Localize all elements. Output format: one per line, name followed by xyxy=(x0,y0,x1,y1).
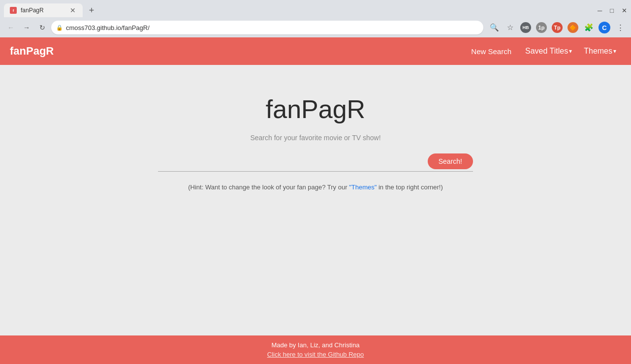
themes-hint-link[interactable]: "Themes" xyxy=(349,183,377,191)
ext3-icon[interactable]: Tp xyxy=(550,21,564,34)
ext3-icon-inner: Tp xyxy=(552,22,563,33)
navbar-right: New Search Saved Titles ▾ Themes ▾ xyxy=(464,43,621,60)
themes-label: Themes xyxy=(584,47,612,56)
bookmark-icon[interactable]: ☆ xyxy=(503,21,517,34)
main-content: fanPagR Search for your favorite movie o… xyxy=(0,65,631,335)
forward-button[interactable]: → xyxy=(20,21,33,34)
close-button[interactable]: ✕ xyxy=(622,7,627,14)
minimize-button[interactable]: ─ xyxy=(598,7,602,14)
footer: Made by Ian, Liz, and Christina Click he… xyxy=(0,335,631,364)
tab-favicon: f xyxy=(10,7,17,14)
new-search-link[interactable]: New Search xyxy=(464,43,518,60)
new-tab-button[interactable]: + xyxy=(85,3,98,17)
hb-extension-icon: HB xyxy=(520,22,531,33)
back-button[interactable]: ← xyxy=(4,21,18,34)
subtitle: Search for your favorite movie or TV sho… xyxy=(250,134,380,142)
navbar-brand[interactable]: fanPagR xyxy=(10,45,54,58)
tab-close-button[interactable]: ✕ xyxy=(69,6,77,14)
main-title: fanPagR xyxy=(266,94,365,124)
restore-button[interactable]: □ xyxy=(610,7,614,14)
url-text: cmoss703.github.io/fanPagR/ xyxy=(66,24,478,31)
hint-prefix: (Hint: Want to change the look of your f… xyxy=(188,183,349,191)
footer-credits: Made by Ian, Liz, and Christina xyxy=(6,341,625,349)
tab-title: fanPagR xyxy=(21,7,65,14)
ext2-icon[interactable]: 1p xyxy=(535,21,548,34)
search-toolbar-icon[interactable]: 🔍 xyxy=(487,21,501,34)
ext1-icon[interactable]: HB xyxy=(519,21,533,34)
lock-icon: 🔒 xyxy=(56,25,63,31)
hint-text: (Hint: Want to change the look of your f… xyxy=(188,183,442,191)
saved-titles-dropdown[interactable]: Saved Titles ▾ xyxy=(520,43,577,60)
themes-arrow-icon: ▾ xyxy=(613,48,616,55)
hint-suffix: in the top right corner!) xyxy=(377,183,442,191)
profile-avatar: C xyxy=(599,22,610,33)
search-button[interactable]: Search! xyxy=(428,153,473,169)
themes-dropdown[interactable]: Themes ▾ xyxy=(579,43,621,60)
ext4-icon-inner: 🔶 xyxy=(568,22,578,33)
search-input[interactable] xyxy=(158,154,422,171)
saved-titles-label: Saved Titles xyxy=(525,47,568,56)
saved-titles-arrow-icon: ▾ xyxy=(569,48,572,55)
reload-button[interactable]: ↻ xyxy=(35,21,49,34)
ext2-icon-inner: 1p xyxy=(536,22,547,33)
address-bar[interactable]: 🔒 cmoss703.github.io/fanPagR/ xyxy=(51,21,483,34)
browser-tab[interactable]: f fanPagR ✕ xyxy=(4,3,83,17)
search-bar-container: Search! xyxy=(158,153,473,172)
ext4-icon[interactable]: 🔶 xyxy=(566,21,580,34)
profile-button[interactable]: C xyxy=(598,21,611,34)
navbar: fanPagR New Search Saved Titles ▾ Themes… xyxy=(0,37,631,65)
menu-button[interactable]: ⋮ xyxy=(613,21,627,34)
footer-github-link[interactable]: Click here to visit the Github Repo xyxy=(6,351,625,358)
extensions-button[interactable]: 🧩 xyxy=(582,21,596,34)
